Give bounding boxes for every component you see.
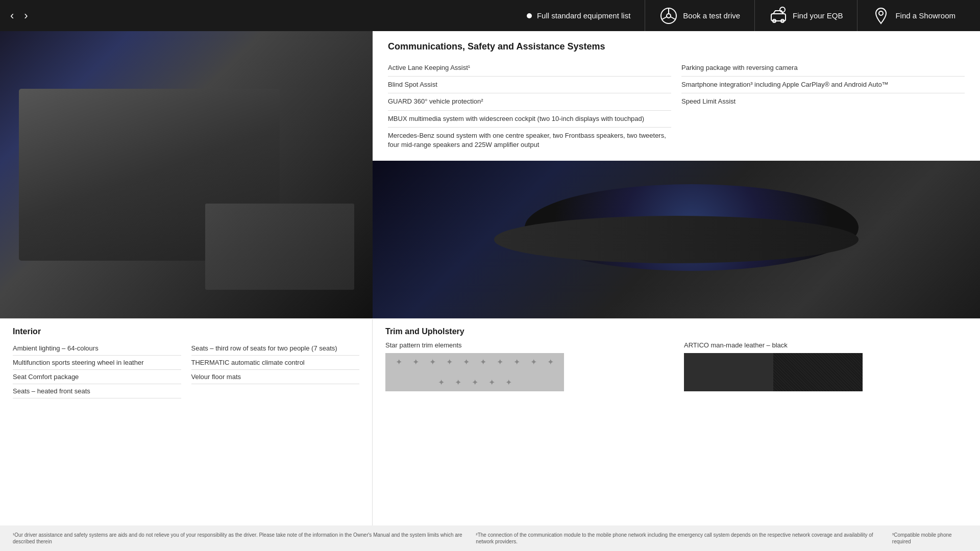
equipment-list-label: Full standard equipment list xyxy=(537,11,630,20)
interior-item-3: Seat Comfort package xyxy=(13,370,181,384)
star-10: ✦ xyxy=(547,357,554,367)
star-3: ✦ xyxy=(429,357,436,367)
trim-item-2: ARTICO man-made leather – black xyxy=(684,341,967,391)
interior-image-left xyxy=(0,31,373,318)
bottom-row: Interior Ambient lighting – 64-colours M… xyxy=(0,318,980,525)
interior-item-1: Ambient lighting – 64-colours xyxy=(13,341,181,356)
find-eqb-button[interactable]: Find your EQB xyxy=(754,0,857,31)
svg-line-4 xyxy=(671,17,675,19)
trim-item-1-label: Star pattern trim elements xyxy=(385,341,669,349)
top-row: Communications, Safety and Assistance Sy… xyxy=(0,31,980,318)
star-6: ✦ xyxy=(480,357,486,367)
equipment-list-button[interactable]: Full standard equipment list xyxy=(512,0,645,31)
next-button[interactable]: › xyxy=(24,10,28,21)
location-pin-icon xyxy=(872,7,890,25)
interior-item-5: Seats – third row of seats for two peopl… xyxy=(191,341,360,356)
interior-item-2: Multifunction sports steering wheel in l… xyxy=(13,356,181,370)
star-pattern-swatch: ✦ ✦ ✦ ✦ ✦ ✦ ✦ ✦ ✦ ✦ ✦ ✦ ✦ ✦ ✦ xyxy=(385,353,564,391)
nav-arrows: ‹ › xyxy=(10,10,28,21)
communications-col1: Active Lane Keeping Assist¹ Blind Spot A… xyxy=(388,60,671,153)
comm-item-4: MBUX multimedia system with widescreen c… xyxy=(388,111,671,128)
test-drive-label: Book a test drive xyxy=(683,11,740,20)
communications-col2: Parking package with reversing camera Sm… xyxy=(681,60,965,153)
find-showroom-button[interactable]: Find a Showroom xyxy=(857,0,970,31)
svg-point-10 xyxy=(879,11,883,15)
interior-image-right xyxy=(373,161,980,318)
footnote-text-3: ³Compatible mobile phone required xyxy=(892,532,967,545)
trim-item-2-label: ARTICO man-made leather – black xyxy=(684,341,967,349)
find-showroom-label: Find a Showroom xyxy=(895,11,955,20)
trim-grid: Star pattern trim elements ✦ ✦ ✦ ✦ ✦ ✦ ✦… xyxy=(385,341,967,391)
comm-item-7: Smartphone integration³ including Apple … xyxy=(681,77,965,93)
star-4: ✦ xyxy=(446,357,453,367)
footnote-text-1: ¹Our driver assistance and safety system… xyxy=(13,532,475,545)
star-8: ✦ xyxy=(513,357,520,367)
footnote-bar: ¹Our driver assistance and safety system… xyxy=(0,525,980,551)
star-9: ✦ xyxy=(530,357,537,367)
comm-item-1: Active Lane Keeping Assist¹ xyxy=(388,60,671,77)
test-drive-button[interactable]: Book a test drive xyxy=(645,0,754,31)
comm-item-3: GUARD 360° vehicle protection² xyxy=(388,93,671,110)
interior-item-6: THERMATIC automatic climate control xyxy=(191,356,360,370)
communications-title: Communications, Safety and Assistance Sy… xyxy=(388,41,965,52)
interior-item-4: Seats – heated front seats xyxy=(13,384,181,398)
svg-line-3 xyxy=(662,17,667,19)
star-11: ✦ xyxy=(438,378,445,387)
star-2: ✦ xyxy=(412,357,419,367)
right-info-area: Communications, Safety and Assistance Sy… xyxy=(373,31,980,318)
footnote-text-2: ²The connection of the communication mod… xyxy=(476,532,891,545)
interior-col2: Seats – third row of seats for two peopl… xyxy=(191,341,360,398)
trim-section: Trim and Upholstery Star pattern trim el… xyxy=(373,319,980,525)
star-15: ✦ xyxy=(505,378,512,387)
star-7: ✦ xyxy=(497,357,503,367)
leather-swatch-dark xyxy=(684,353,773,391)
leather-swatch-textured xyxy=(773,353,863,391)
interior-col1: Ambient lighting – 64-colours Multifunct… xyxy=(13,341,181,398)
svg-point-1 xyxy=(667,14,671,18)
header: ‹ › Full standard equipment list Book a … xyxy=(0,0,980,31)
interior-title: Interior xyxy=(13,327,359,336)
interior-item-7: Velour floor mats xyxy=(191,370,360,384)
dot-icon xyxy=(527,13,532,18)
leather-swatches xyxy=(684,353,863,391)
star-5: ✦ xyxy=(463,357,470,367)
find-eqb-label: Find your EQB xyxy=(793,11,843,20)
star-13: ✦ xyxy=(472,378,478,387)
comm-item-8: Speed Limit Assist xyxy=(681,93,965,110)
interior-grid: Ambient lighting – 64-colours Multifunct… xyxy=(13,341,359,398)
prev-button[interactable]: ‹ xyxy=(10,10,14,21)
star-14: ✦ xyxy=(488,378,495,387)
comm-item-5: Mercedes-Benz sound system with one cent… xyxy=(388,128,671,153)
communications-list: Active Lane Keeping Assist¹ Blind Spot A… xyxy=(388,60,965,153)
communications-section: Communications, Safety and Assistance Sy… xyxy=(373,31,980,161)
star-12: ✦ xyxy=(455,378,461,387)
comm-item-2: Blind Spot Assist xyxy=(388,77,671,93)
interior-section: Interior Ambient lighting – 64-colours M… xyxy=(0,319,373,525)
car-pin-icon xyxy=(769,7,788,25)
steering-wheel-icon xyxy=(659,7,678,25)
star-1: ✦ xyxy=(396,357,402,367)
comm-item-6: Parking package with reversing camera xyxy=(681,60,965,77)
trim-title: Trim and Upholstery xyxy=(385,327,967,336)
header-actions: Full standard equipment list Book a test… xyxy=(512,0,970,31)
trim-item-1: Star pattern trim elements ✦ ✦ ✦ ✦ ✦ ✦ ✦… xyxy=(385,341,669,391)
